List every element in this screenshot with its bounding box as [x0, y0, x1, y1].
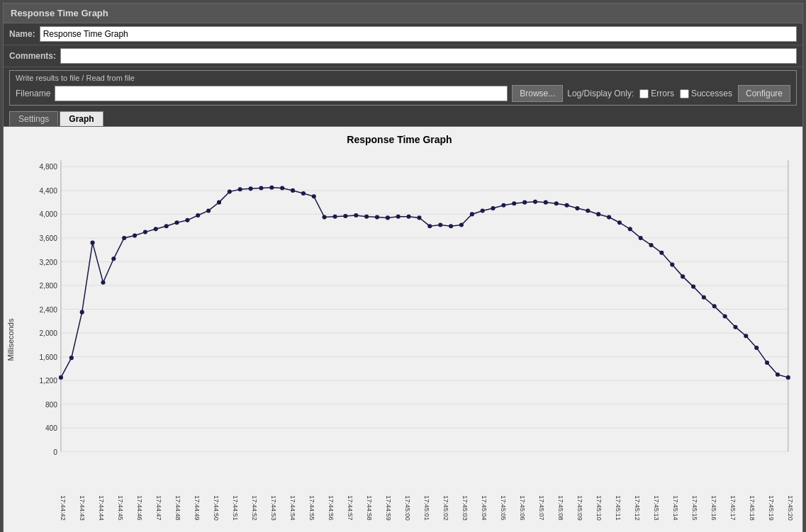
svg-point-74: [544, 200, 548, 205]
svg-point-45: [238, 187, 242, 191]
svg-text:17:44:51: 17:44:51: [232, 495, 239, 521]
browse-button[interactable]: Browse...: [512, 85, 563, 102]
svg-text:17:45:08: 17:45:08: [557, 495, 564, 521]
svg-text:17:44:53: 17:44:53: [270, 495, 277, 521]
svg-point-51: [301, 191, 306, 196]
svg-point-40: [185, 218, 189, 222]
svg-point-57: [364, 215, 369, 219]
svg-point-89: [702, 295, 706, 300]
svg-point-38: [164, 224, 169, 228]
svg-text:17:45:05: 17:45:05: [500, 495, 507, 521]
chart-area: Milliseconds .axis-text { font-size: 10p…: [4, 149, 795, 529]
filename-input[interactable]: [55, 86, 508, 101]
svg-text:17:45:01: 17:45:01: [423, 495, 430, 521]
svg-point-61: [407, 215, 411, 219]
svg-text:17:44:43: 17:44:43: [79, 495, 86, 521]
svg-point-28: [59, 375, 63, 380]
successes-checkbox-label[interactable]: Successes: [680, 89, 732, 98]
log-display-label: Log/Display Only:: [567, 89, 634, 98]
svg-point-87: [681, 274, 685, 278]
svg-point-94: [754, 346, 759, 350]
comments-input[interactable]: [60, 48, 797, 64]
errors-checkbox-label[interactable]: Errors: [639, 89, 674, 98]
svg-point-48: [269, 186, 274, 190]
svg-point-68: [481, 208, 485, 213]
svg-point-82: [628, 227, 632, 231]
svg-text:17:45:20: 17:45:20: [787, 495, 794, 521]
svg-point-86: [670, 263, 674, 267]
filename-label: Filename: [16, 89, 50, 98]
svg-point-59: [386, 215, 390, 220]
successes-checkbox[interactable]: [680, 89, 689, 98]
svg-text:17:44:44: 17:44:44: [98, 495, 105, 521]
svg-point-49: [280, 186, 284, 190]
svg-text:17:44:57: 17:44:57: [347, 495, 354, 521]
svg-text:17:44:52: 17:44:52: [251, 495, 258, 521]
svg-point-96: [776, 373, 780, 377]
y-axis-label: Milliseconds: [4, 149, 18, 529]
svg-text:17:45:15: 17:45:15: [691, 495, 698, 521]
svg-point-81: [617, 220, 622, 225]
svg-text:17:44:55: 17:44:55: [308, 495, 315, 521]
svg-point-29: [69, 356, 74, 360]
svg-point-41: [196, 213, 200, 217]
name-input[interactable]: [40, 26, 797, 42]
svg-point-53: [323, 215, 327, 220]
comments-row: Comments:: [4, 45, 802, 67]
svg-text:17:44:50: 17:44:50: [213, 495, 220, 521]
svg-text:17:44:56: 17:44:56: [328, 495, 335, 521]
svg-point-55: [343, 214, 347, 218]
file-row: Filename Browse... Log/Display Only: Err…: [16, 85, 790, 102]
svg-point-69: [491, 206, 495, 210]
svg-text:17:45:09: 17:45:09: [576, 495, 583, 521]
svg-text:17:45:11: 17:45:11: [615, 495, 622, 521]
svg-text:17:45:12: 17:45:12: [634, 495, 641, 521]
svg-text:17:45:02: 17:45:02: [442, 495, 449, 521]
svg-point-95: [765, 361, 769, 365]
svg-point-63: [427, 224, 432, 228]
svg-point-93: [744, 334, 748, 338]
svg-point-79: [596, 212, 600, 216]
svg-point-80: [607, 215, 611, 220]
svg-point-33: [111, 256, 116, 261]
svg-text:17:45:19: 17:45:19: [768, 495, 775, 521]
svg-point-44: [228, 190, 232, 194]
svg-point-97: [786, 375, 790, 380]
svg-text:17:44:58: 17:44:58: [366, 495, 373, 521]
svg-text:17:44:45: 17:44:45: [117, 495, 124, 521]
panel-title: Response Time Graph: [4, 4, 802, 23]
svg-point-65: [449, 224, 453, 228]
svg-point-83: [639, 236, 643, 240]
svg-text:17:45:14: 17:45:14: [672, 495, 679, 521]
svg-text:17:45:06: 17:45:06: [519, 495, 526, 521]
svg-point-73: [533, 200, 537, 204]
svg-text:17:44:42: 17:44:42: [60, 495, 67, 521]
svg-text:17:45:16: 17:45:16: [710, 495, 717, 521]
svg-point-31: [90, 241, 94, 245]
svg-point-39: [174, 220, 179, 225]
configure-button[interactable]: Configure: [738, 85, 790, 102]
svg-text:17:45:04: 17:45:04: [481, 495, 488, 521]
svg-point-78: [586, 208, 590, 213]
comments-label: Comments:: [9, 51, 56, 61]
svg-point-84: [649, 243, 653, 247]
svg-point-85: [659, 251, 664, 255]
svg-text:17:44:46: 17:44:46: [136, 495, 143, 521]
svg-point-71: [512, 201, 516, 205]
graph-container: Response Time Graph Milliseconds .axis-t…: [4, 127, 802, 532]
svg-point-34: [122, 236, 126, 240]
tab-graph[interactable]: Graph: [60, 111, 103, 126]
tab-settings[interactable]: Settings: [9, 111, 58, 126]
errors-label: Errors: [651, 89, 674, 98]
svg-point-43: [217, 200, 221, 205]
svg-text:17:45:07: 17:45:07: [538, 495, 545, 521]
svg-text:17:45:10: 17:45:10: [595, 495, 603, 521]
svg-point-76: [565, 203, 569, 208]
svg-point-32: [101, 281, 105, 285]
svg-point-47: [259, 186, 263, 190]
svg-point-88: [691, 285, 695, 289]
svg-text:17:45:13: 17:45:13: [653, 495, 660, 521]
svg-point-46: [249, 186, 253, 191]
svg-point-52: [312, 194, 316, 198]
errors-checkbox[interactable]: [639, 89, 649, 98]
